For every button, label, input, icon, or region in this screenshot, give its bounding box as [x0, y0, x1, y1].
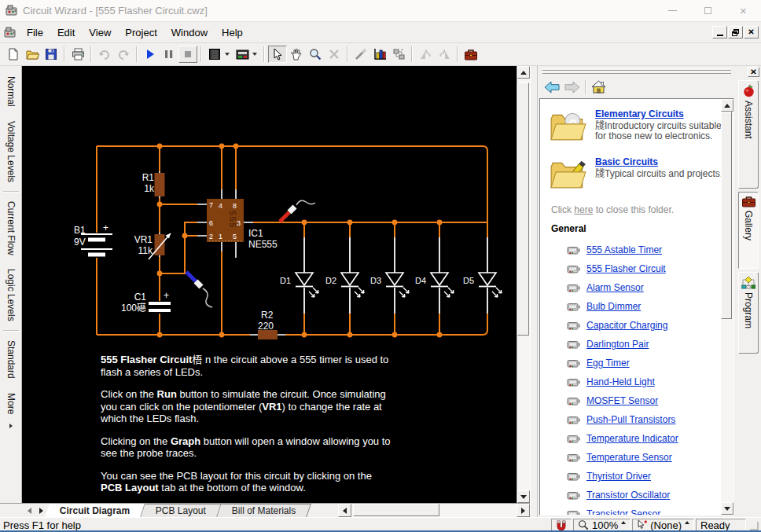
gallery-item-link[interactable]: Temperature Indicator [586, 433, 678, 444]
snap-toggle[interactable] [551, 519, 572, 532]
tab-gallery[interactable]: Gallery [738, 192, 759, 269]
menu-project[interactable]: Project [118, 24, 164, 42]
gallery-item-link[interactable]: Alarm Sensor [586, 282, 644, 293]
panel-grip[interactable] [538, 66, 736, 76]
schematic-canvas[interactable]: + B1 9V R1 1k [22, 66, 517, 503]
menu-edit[interactable]: Edit [50, 24, 82, 42]
probe-blue[interactable] [186, 272, 212, 307]
resistor-r2[interactable]: R2 220 [258, 310, 278, 339]
panel-close-button[interactable]: ✕ [748, 67, 759, 77]
menu-file[interactable]: File [20, 24, 50, 42]
back-button[interactable] [544, 81, 560, 94]
gallery-item-link[interactable]: 555 Astable Timer [586, 244, 662, 255]
tab-bill-of-materials[interactable]: Bill of Materials [218, 504, 312, 517]
tab-scroll-left-button[interactable] [24, 504, 35, 517]
run-button[interactable] [141, 46, 160, 63]
pause-button[interactable] [160, 46, 178, 63]
home-button[interactable] [591, 80, 606, 94]
gallery-item-link[interactable]: Bulb Dimmer [586, 301, 641, 312]
tab-standard[interactable]: Standard [1, 333, 21, 386]
mdi-close-button[interactable]: ✕ [744, 26, 759, 39]
toolbox-button[interactable] [461, 46, 480, 63]
gallery-item-link[interactable]: Push-Pull Transistors [586, 414, 675, 425]
mdi-restore-button[interactable] [728, 26, 743, 39]
zoom-level-control[interactable]: 100% [573, 519, 630, 532]
new-button[interactable] [4, 46, 23, 63]
circuit-view-dropdown[interactable] [225, 53, 230, 56]
minimize-button[interactable] [655, 0, 690, 21]
folder-pencil-icon[interactable] [550, 156, 595, 193]
style-view-dropdown[interactable] [252, 53, 257, 56]
tab-more[interactable]: More [1, 386, 21, 421]
graph-button[interactable] [370, 46, 389, 63]
mdi-minimize-button[interactable] [712, 26, 727, 39]
gallery-item-link[interactable]: 555 Flasher Circuit [586, 263, 666, 274]
tab-normal[interactable]: Normal [1, 69, 21, 114]
tab-assistant[interactable]: Assistant [738, 80, 759, 189]
scroll-right-button[interactable] [517, 504, 530, 517]
circuit-view-button[interactable] [205, 46, 224, 63]
led-d1[interactable]: D1 [280, 237, 318, 314]
gallery-item-link[interactable]: Transistor Oscillator [586, 490, 670, 501]
save-button[interactable] [42, 46, 61, 63]
potentiometer-vr1[interactable]: VR1 11k [134, 233, 171, 259]
select-tool-button[interactable] [268, 46, 287, 63]
battery-b1[interactable]: + B1 9V [74, 222, 112, 255]
scroll-track[interactable] [517, 79, 530, 490]
gallery-item-link[interactable]: MOSFET Sensor [586, 395, 658, 406]
gallery-item-link[interactable]: Darlington Pair [586, 339, 649, 350]
led-d2[interactable]: D2 [325, 237, 364, 314]
menu-help[interactable]: Help [215, 24, 250, 42]
gallery-item-link[interactable]: Capacitor Charging [586, 320, 667, 331]
scroll-thumb[interactable] [353, 504, 439, 516]
folder-link-elementary-circuits[interactable]: Elementary Circuits [595, 108, 684, 119]
resistor-r1[interactable]: R1 1k [142, 172, 165, 196]
tab-logic-levels[interactable]: Logic Levels [1, 262, 21, 328]
scroll-track[interactable] [351, 504, 517, 517]
style-view-button[interactable] [233, 46, 252, 63]
gallery-item-link[interactable]: Hand-Held Light [586, 376, 655, 387]
tab-program[interactable]: Program [738, 272, 759, 354]
pan-tool-button[interactable] [287, 46, 306, 63]
maximize-button[interactable] [690, 0, 726, 21]
resize-grip[interactable] [748, 519, 759, 531]
led-d3[interactable]: D3 [370, 237, 409, 314]
gallery-item-link[interactable]: Temperature Sensor [586, 452, 672, 463]
capacitor-c1[interactable]: + C1 100礠 [121, 290, 171, 314]
tab-current-flow[interactable]: Current Flow [1, 194, 21, 262]
scroll-down-button[interactable] [517, 490, 530, 503]
canvas-horizontal-scrollbar[interactable] [338, 504, 530, 517]
gallery-item-link[interactable]: Transistor Sensor [586, 508, 660, 515]
close-folder-link[interactable]: here [574, 204, 593, 215]
scroll-up-button[interactable] [517, 66, 530, 79]
netlist-button[interactable] [389, 46, 408, 63]
tab-voltage-levels[interactable]: Voltage Levels [1, 114, 21, 189]
open-button[interactable] [23, 46, 42, 63]
scroll-thumb[interactable] [517, 83, 529, 336]
pointer-spinner-icon[interactable] [685, 521, 689, 524]
folder-link-basic-circuits[interactable]: Basic Circuits [595, 156, 658, 167]
tab-pcb-layout[interactable]: PCB Layout [142, 504, 222, 517]
gallery-item-link[interactable]: Egg Timer [586, 358, 630, 369]
led-d5[interactable]: D5 [463, 237, 502, 314]
gallery-item-link[interactable]: Thyristor Driver [586, 471, 651, 482]
close-button[interactable]: × [726, 0, 761, 21]
panel-splitter[interactable] [530, 66, 538, 517]
print-button[interactable] [68, 46, 87, 63]
scroll-left-button[interactable] [338, 504, 351, 517]
probe-red[interactable] [280, 200, 315, 222]
led-d4[interactable]: D4 [415, 237, 454, 314]
stop-button[interactable] [178, 46, 197, 63]
scroll-thumb[interactable] [721, 112, 732, 319]
menu-view[interactable]: View [82, 24, 118, 42]
tab-circuit-diagram[interactable]: Circuit Diagram [45, 504, 145, 517]
pointer-mode-control[interactable]: (None) [632, 519, 694, 532]
scroll-up-button[interactable] [721, 99, 733, 112]
scroll-track[interactable] [721, 112, 733, 502]
folder-bulb-icon[interactable] [550, 108, 595, 145]
zoom-spinner-icon[interactable] [621, 521, 626, 524]
canvas-vertical-scrollbar[interactable] [517, 66, 530, 503]
menu-window[interactable]: Window [164, 24, 215, 42]
ic1-ne555[interactable]: 555 7 6 2 4 8 3 1 5 IC1 [207, 199, 278, 250]
zoom-tool-button[interactable] [306, 46, 325, 63]
